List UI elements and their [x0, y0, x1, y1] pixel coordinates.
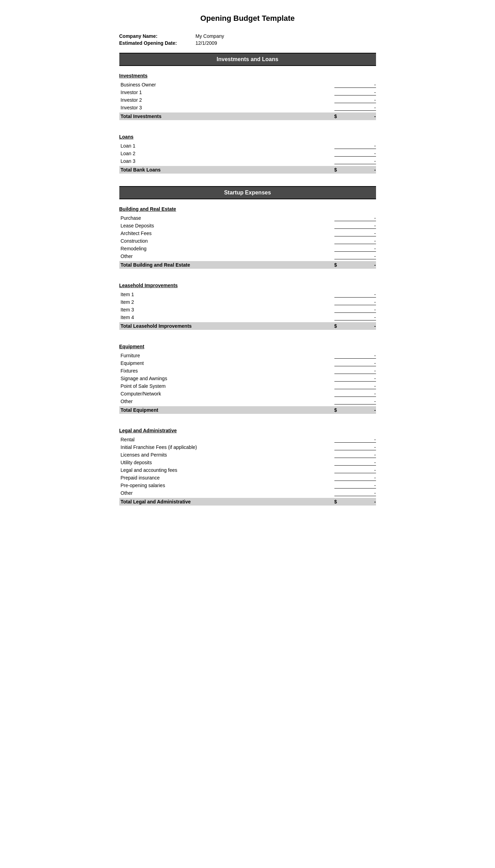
- building-title: Building and Real Estate: [119, 205, 376, 213]
- business-owner-row: Business Owner -: [119, 81, 376, 89]
- startup-expenses-section: Startup Expenses Building and Real Estat…: [119, 186, 376, 506]
- total-loans-row: Total Bank Loans $ -: [119, 166, 376, 174]
- purchase-row: Purchase -: [119, 215, 376, 222]
- company-info: Company Name: My Company Estimated Openi…: [119, 33, 376, 46]
- construction-row: Construction -: [119, 237, 376, 245]
- total-equipment-row: Total Equipment $ -: [119, 406, 376, 414]
- architect-fees-row: Architect Fees -: [119, 230, 376, 237]
- total-legal-row: Total Legal and Administrative $ -: [119, 498, 376, 506]
- remodeling-row: Remodeling -: [119, 245, 376, 253]
- leasehold-item2-row: Item 2 -: [119, 299, 376, 306]
- fixtures-row: Fixtures -: [119, 367, 376, 375]
- legal-accounting-row: Legal and accounting fees -: [119, 467, 376, 474]
- loans-title: Loans: [119, 133, 376, 141]
- preopening-salaries-row: Pre-opening salaries -: [119, 482, 376, 490]
- building-other-row: Other -: [119, 253, 376, 260]
- prepaid-insurance-row: Prepaid insurance -: [119, 474, 376, 482]
- equipment-other-row: Other -: [119, 398, 376, 406]
- company-name-value: My Company: [196, 33, 376, 39]
- investments-loans-header: Investments and Loans: [119, 53, 376, 66]
- investments-title: Investments: [119, 72, 376, 80]
- loan1-row: Loan 1 -: [119, 142, 376, 150]
- opening-date-label: Estimated Opening Date:: [119, 40, 196, 46]
- total-leasehold-row: Total Leasehold Improvements $ -: [119, 322, 376, 330]
- leasehold-item3-row: Item 3 -: [119, 306, 376, 314]
- signage-row: Signage and Awnings -: [119, 375, 376, 383]
- investor3-row: Investor 3 -: [119, 104, 376, 112]
- furniture-row: Furniture -: [119, 352, 376, 360]
- utility-deposits-row: Utility deposits -: [119, 459, 376, 467]
- rental-row: Rental -: [119, 436, 376, 444]
- legal-title: Legal and Administrative: [119, 426, 376, 435]
- loans-subsection: Loans Loan 1 - Loan 2 - Loan 3 - Total B…: [119, 133, 376, 174]
- loan3-row: Loan 3 -: [119, 158, 376, 165]
- leasehold-title: Leasehold Improvements: [119, 281, 376, 290]
- licenses-row: Licenses and Permits -: [119, 451, 376, 459]
- opening-date-value: 12/1/2009: [196, 40, 376, 46]
- loan2-row: Loan 2 -: [119, 150, 376, 158]
- page-title: Opening Budget Template: [119, 14, 376, 23]
- equipment-title: Equipment: [119, 342, 376, 351]
- investor1-row: Investor 1 -: [119, 89, 376, 97]
- equipment-subsection: Equipment Furniture - Equipment - Fixtur…: [119, 342, 376, 414]
- investments-subsection: Investments Business Owner - Investor 1 …: [119, 72, 376, 120]
- legal-subsection: Legal and Administrative Rental - Initia…: [119, 426, 376, 506]
- investor2-row: Investor 2 -: [119, 97, 376, 104]
- pos-row: Point of Sale System -: [119, 383, 376, 390]
- total-building-row: Total Building and Real Estate $ -: [119, 261, 376, 269]
- leasehold-item1-row: Item 1 -: [119, 291, 376, 299]
- computer-row: Computer/Network -: [119, 390, 376, 398]
- leasehold-item4-row: Item 4 -: [119, 314, 376, 322]
- investments-loans-section: Investments and Loans Investments Busine…: [119, 53, 376, 174]
- equipment-row: Equipment -: [119, 360, 376, 367]
- franchise-fees-row: Initial Franchise Fees (if applicable) -: [119, 444, 376, 451]
- legal-other-row: Other -: [119, 490, 376, 497]
- lease-deposits-row: Lease Deposits -: [119, 222, 376, 230]
- building-subsection: Building and Real Estate Purchase - Leas…: [119, 205, 376, 269]
- total-investments-row: Total Investments $ -: [119, 112, 376, 120]
- leasehold-subsection: Leasehold Improvements Item 1 - Item 2 -…: [119, 281, 376, 330]
- startup-expenses-header: Startup Expenses: [119, 186, 376, 199]
- company-name-label: Company Name:: [119, 33, 196, 39]
